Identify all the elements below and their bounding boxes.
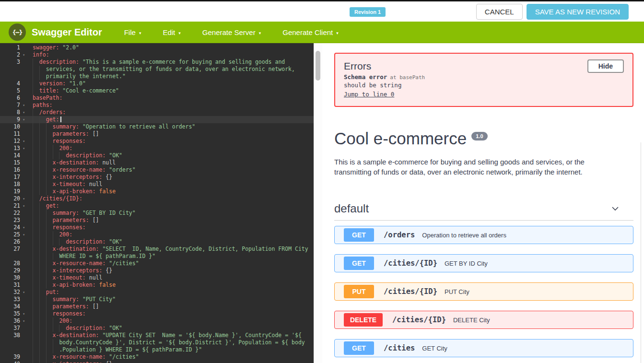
line-gutter[interactable]: 1	[0, 44, 26, 51]
line-gutter[interactable]: 40	[0, 361, 26, 363]
line-gutter[interactable]: 24▾	[0, 224, 26, 231]
line-gutter[interactable]: 33	[0, 296, 26, 303]
code-line[interactable]: 5 title: "Cool e-commerce"	[0, 87, 314, 94]
operation-row-get[interactable]: GET/citiesGET City	[334, 339, 633, 357]
fold-arrow-icon[interactable]: ▾	[23, 231, 25, 238]
line-gutter[interactable]: 6	[0, 94, 26, 102]
line-gutter[interactable]	[0, 66, 26, 73]
code-line[interactable]: 2▾info:	[0, 51, 314, 59]
code-line[interactable]: 12▾ responses:	[0, 138, 314, 145]
code-line[interactable]: 1swagger: "2.0"	[0, 44, 314, 51]
code-line[interactable]: 18 x-timeout: null	[0, 181, 314, 188]
line-gutter[interactable]	[0, 73, 26, 80]
code-line[interactable]: 34 parameters: []	[0, 303, 314, 310]
collapse-section-control[interactable]	[610, 204, 620, 213]
line-gutter[interactable]: 31	[0, 281, 26, 289]
code-line[interactable]: 16 x-resource-name: "orders"	[0, 166, 314, 174]
code-line[interactable]: body.CountryCode }', District = '${ body…	[0, 339, 314, 346]
code-lines[interactable]: 1swagger: "2.0"2▾info:3 description: "Th…	[0, 44, 314, 363]
save-as-new-revision-button[interactable]: SAVE AS NEW REVISION	[527, 4, 629, 20]
line-gutter[interactable]: 27	[0, 246, 26, 253]
line-gutter[interactable]: 15	[0, 159, 26, 166]
code-line[interactable]: 24▾ responses:	[0, 224, 314, 231]
code-line[interactable]: 27 x-destination: "SELECT ID, Name, Coun…	[0, 246, 314, 253]
code-line[interactable]: 15 x-destination: null	[0, 159, 314, 166]
menu-edit[interactable]: Edit ▾	[163, 28, 180, 36]
code-line[interactable]: 9▾ get:	[0, 116, 314, 123]
line-gutter[interactable]: 17	[0, 174, 26, 181]
fold-arrow-icon[interactable]: ▾	[23, 202, 25, 210]
line-gutter[interactable]: 16	[0, 166, 26, 174]
code-line[interactable]: 23 parameters: []	[0, 217, 314, 224]
code-line[interactable]: WHERE ID = ${ pathParam.ID }"	[0, 253, 314, 260]
menu-generate-server[interactable]: Generate Server ▾	[202, 28, 261, 36]
editor-scrollbar-thumb[interactable]	[316, 51, 320, 81]
code-line[interactable]: 13▾ 200:	[0, 145, 314, 152]
operation-row-get[interactable]: GET/cities/{ID}GET BY ID City	[334, 254, 633, 272]
jump-to-line-link[interactable]: Jump to line 0	[344, 91, 394, 98]
code-line[interactable]: 37 description: "OK"	[0, 325, 314, 332]
menu-generate-client[interactable]: Generate Client ▾	[282, 28, 339, 36]
operation-row-delete[interactable]: DELETE/cities/{ID}DELETE City	[334, 311, 633, 329]
fold-arrow-icon[interactable]: ▾	[23, 102, 25, 109]
menu-file[interactable]: File ▾	[124, 28, 141, 36]
line-gutter[interactable]: 25▾	[0, 231, 26, 238]
code-line[interactable]: 6basePath:	[0, 94, 314, 102]
code-line[interactable]: 30 x-timeout: null	[0, 274, 314, 281]
line-gutter[interactable]: 8▾	[0, 109, 26, 116]
fold-arrow-icon[interactable]: ▾	[23, 109, 25, 116]
fold-arrow-icon[interactable]: ▾	[23, 289, 25, 296]
line-gutter[interactable]: 34	[0, 303, 26, 310]
line-gutter[interactable]: 38	[0, 332, 26, 339]
code-line[interactable]: 28 x-resource-name: "/cities"	[0, 260, 314, 267]
operation-row-put[interactable]: PUT/cities/{ID}PUT City	[334, 282, 633, 301]
fold-arrow-icon[interactable]: ▾	[23, 145, 25, 152]
code-line[interactable]: 11 parameters: []	[0, 130, 314, 138]
line-gutter[interactable]: 28	[0, 260, 26, 267]
code-line[interactable]: 33 summary: "PUT City"	[0, 296, 314, 303]
line-gutter[interactable]: 12▾	[0, 138, 26, 145]
code-line[interactable]: 7▾paths:	[0, 102, 314, 109]
code-line[interactable]: 20▾ /cities/{ID}:	[0, 195, 314, 202]
code-line[interactable]: services, or the transmitting of funds o…	[0, 66, 314, 73]
line-gutter[interactable]	[0, 346, 26, 353]
cancel-button[interactable]: CANCEL	[476, 4, 523, 20]
line-gutter[interactable]: 37	[0, 325, 26, 332]
line-gutter[interactable]: 39	[0, 353, 26, 361]
code-line[interactable]: 35▾ responses:	[0, 310, 314, 317]
line-gutter[interactable]: 35▾	[0, 310, 26, 317]
line-gutter[interactable]: 26	[0, 238, 26, 246]
hide-errors-button[interactable]: Hide	[587, 59, 624, 73]
line-gutter[interactable]	[0, 339, 26, 346]
code-line[interactable]: 29 x-interceptors: {}	[0, 267, 314, 274]
code-line[interactable]: .Population } WHERE ID = ${ pathParam.ID…	[0, 346, 314, 353]
line-gutter[interactable]: 11	[0, 130, 26, 138]
fold-arrow-icon[interactable]: ▾	[23, 317, 25, 325]
code-line[interactable]: 38 x-destination: "UPDATE City SET Name …	[0, 332, 314, 339]
line-gutter[interactable]: 20▾	[0, 195, 26, 202]
code-line[interactable]: 22 summary: "GET BY ID City"	[0, 210, 314, 217]
line-gutter[interactable]	[0, 253, 26, 260]
yaml-editor[interactable]: 1swagger: "2.0"2▾info:3 description: "Th…	[0, 43, 322, 363]
fold-arrow-icon[interactable]: ▾	[23, 310, 25, 317]
line-gutter[interactable]: 4	[0, 80, 26, 87]
code-line[interactable]: 19 x-api-broken: false	[0, 188, 314, 195]
code-line[interactable]: 17 x-interceptors: {}	[0, 174, 314, 181]
tag-section-header[interactable]: default	[334, 202, 633, 221]
line-gutter[interactable]: 14	[0, 152, 26, 159]
line-gutter[interactable]: 10	[0, 123, 26, 130]
line-gutter[interactable]: 30	[0, 274, 26, 281]
line-gutter[interactable]: 3	[0, 59, 26, 66]
fold-arrow-icon[interactable]: ▾	[23, 195, 25, 202]
line-gutter[interactable]: 32▾	[0, 289, 26, 296]
line-gutter[interactable]: 36▾	[0, 317, 26, 325]
fold-arrow-icon[interactable]: ▾	[23, 116, 25, 123]
code-line[interactable]: 31 x-api-broken: false	[0, 281, 314, 289]
line-gutter[interactable]: 23	[0, 217, 26, 224]
code-line[interactable]: 32▾ put:	[0, 289, 314, 296]
line-gutter[interactable]: 21▾	[0, 202, 26, 210]
code-line[interactable]: 39 x-resource-name: "/cities"	[0, 353, 314, 361]
code-line[interactable]: 40 x-interceptors: {}	[0, 361, 314, 363]
fold-arrow-icon[interactable]: ▾	[23, 224, 25, 231]
code-line[interactable]: 36▾ 200:	[0, 317, 314, 325]
